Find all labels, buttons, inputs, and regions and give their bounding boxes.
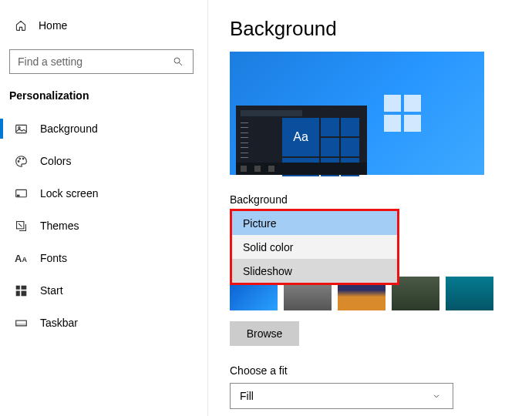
page-title: Background: [230, 17, 532, 41]
sidebar-item-label: Lock screen: [40, 187, 98, 200]
picture-icon: [14, 122, 28, 136]
start-icon: [14, 283, 28, 297]
svg-point-3: [18, 160, 19, 162]
search-placeholder: Find a setting: [18, 55, 82, 68]
sidebar-item-label: Taskbar: [40, 317, 78, 329]
sidebar-item-label: Start: [40, 284, 63, 297]
palette-icon: [14, 154, 28, 168]
fit-label: Choose a fit: [230, 364, 532, 377]
dropdown-option-slideshow[interactable]: Slideshow: [232, 259, 397, 283]
settings-sidebar: Home Find a setting Personalization Back…: [0, 0, 208, 416]
sidebar-nav: Background Colors Lock screen Themes AA …: [0, 112, 207, 339]
svg-rect-14: [15, 324, 26, 326]
background-type-dropdown[interactable]: Picture Solid color Slideshow: [230, 209, 399, 285]
lockscreen-icon: [14, 186, 28, 200]
browse-button[interactable]: Browse: [230, 321, 299, 346]
sidebar-item-fonts[interactable]: AA Fonts: [0, 242, 207, 274]
sidebar-item-background[interactable]: Background: [0, 112, 207, 145]
main-panel: Background Aa Background Picture Solid c…: [208, 0, 532, 416]
svg-rect-11: [15, 290, 19, 296]
svg-point-0: [174, 58, 180, 63]
dropdown-option-picture[interactable]: Picture: [232, 211, 397, 235]
sidebar-item-lockscreen[interactable]: Lock screen: [0, 177, 207, 210]
sidebar-item-label: Colors: [40, 155, 71, 167]
fonts-icon: AA: [14, 251, 28, 265]
home-icon: [14, 18, 28, 32]
sidebar-item-themes[interactable]: Themes: [0, 210, 207, 242]
windows-logo-icon: [384, 95, 421, 132]
svg-rect-7: [17, 195, 19, 196]
sidebar-item-start[interactable]: Start: [0, 274, 207, 307]
sidebar-item-colors[interactable]: Colors: [0, 145, 207, 177]
category-header: Personalization: [0, 86, 207, 112]
home-link[interactable]: Home: [0, 14, 207, 37]
taskbar-icon: [14, 316, 28, 330]
start-preview: Aa: [236, 106, 367, 175]
home-label: Home: [39, 19, 67, 32]
background-label: Background: [230, 193, 532, 206]
svg-rect-10: [21, 285, 26, 289]
wallpaper-thumb[interactable]: [446, 277, 493, 310]
sidebar-item-label: Fonts: [40, 252, 67, 264]
search-input[interactable]: Find a setting: [9, 49, 194, 74]
dropdown-option-solid[interactable]: Solid color: [232, 235, 397, 259]
svg-rect-1: [15, 125, 26, 133]
chevron-down-icon: [429, 389, 443, 403]
fit-value: Fill: [240, 390, 254, 402]
svg-point-2: [18, 126, 19, 128]
sidebar-item-taskbar[interactable]: Taskbar: [0, 307, 207, 339]
search-icon: [171, 55, 185, 69]
desktop-preview: Aa: [230, 52, 484, 175]
fit-select[interactable]: Fill: [230, 383, 453, 409]
svg-point-5: [22, 158, 24, 159]
sidebar-item-label: Themes: [40, 220, 79, 232]
svg-point-4: [19, 158, 20, 159]
sample-text-tile: Aa: [282, 118, 319, 156]
sidebar-item-label: Background: [40, 122, 98, 135]
svg-rect-12: [21, 290, 26, 296]
themes-icon: [14, 219, 28, 233]
svg-rect-9: [15, 285, 19, 289]
